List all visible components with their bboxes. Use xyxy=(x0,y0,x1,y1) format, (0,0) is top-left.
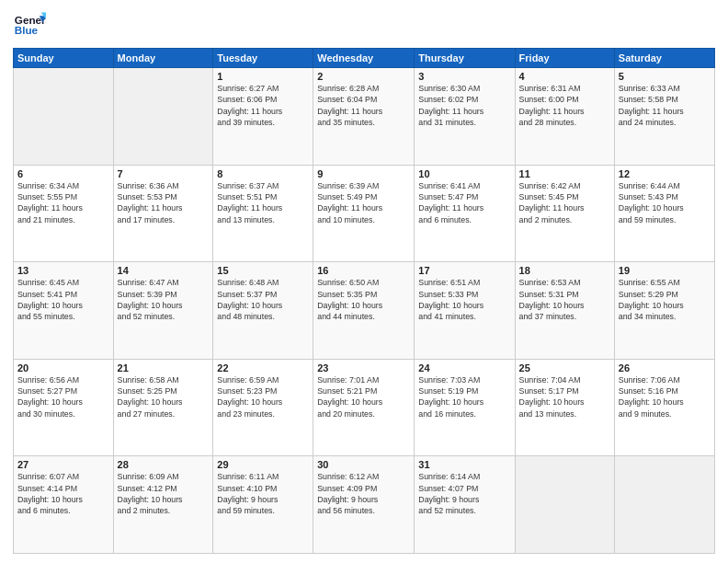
week-row-3: 13Sunrise: 6:45 AM Sunset: 5:41 PM Dayli… xyxy=(14,262,715,360)
logo: General Blue xyxy=(13,9,46,42)
day-info: Sunrise: 6:14 AM Sunset: 4:07 PM Dayligh… xyxy=(418,471,510,516)
day-number: 25 xyxy=(519,362,610,373)
day-cell xyxy=(614,456,714,554)
day-number: 1 xyxy=(217,71,309,82)
day-cell: 10Sunrise: 6:41 AM Sunset: 5:47 PM Dayli… xyxy=(415,165,515,262)
day-info: Sunrise: 6:50 AM Sunset: 5:35 PM Dayligh… xyxy=(317,277,410,322)
day-number: 19 xyxy=(619,265,711,276)
day-cell: 4Sunrise: 6:31 AM Sunset: 6:00 PM Daylig… xyxy=(515,68,614,166)
day-info: Sunrise: 6:33 AM Sunset: 5:58 PM Dayligh… xyxy=(619,83,711,128)
day-number: 22 xyxy=(217,362,309,373)
day-number: 13 xyxy=(17,265,109,276)
day-cell: 18Sunrise: 6:53 AM Sunset: 5:31 PM Dayli… xyxy=(515,262,614,360)
day-cell: 17Sunrise: 6:51 AM Sunset: 5:33 PM Dayli… xyxy=(415,262,515,360)
day-cell: 6Sunrise: 6:34 AM Sunset: 5:55 PM Daylig… xyxy=(14,165,114,262)
day-number: 20 xyxy=(17,362,109,373)
day-cell: 16Sunrise: 6:50 AM Sunset: 5:35 PM Dayli… xyxy=(313,262,415,360)
day-cell: 30Sunrise: 6:12 AM Sunset: 4:09 PM Dayli… xyxy=(313,456,415,554)
header-sunday: Sunday xyxy=(14,49,114,68)
day-cell: 14Sunrise: 6:47 AM Sunset: 5:39 PM Dayli… xyxy=(113,262,213,360)
day-info: Sunrise: 6:42 AM Sunset: 5:45 PM Dayligh… xyxy=(519,180,610,225)
day-info: Sunrise: 6:31 AM Sunset: 6:00 PM Dayligh… xyxy=(519,83,610,128)
day-number: 2 xyxy=(317,71,410,82)
day-info: Sunrise: 6:53 AM Sunset: 5:31 PM Dayligh… xyxy=(519,277,610,322)
day-cell: 8Sunrise: 6:37 AM Sunset: 5:51 PM Daylig… xyxy=(213,165,313,262)
day-cell: 19Sunrise: 6:55 AM Sunset: 5:29 PM Dayli… xyxy=(614,262,714,360)
day-cell: 22Sunrise: 6:59 AM Sunset: 5:23 PM Dayli… xyxy=(213,359,313,456)
day-number: 17 xyxy=(418,265,510,276)
week-row-5: 27Sunrise: 6:07 AM Sunset: 4:14 PM Dayli… xyxy=(14,456,715,554)
day-cell: 21Sunrise: 6:58 AM Sunset: 5:25 PM Dayli… xyxy=(113,359,213,456)
day-number: 8 xyxy=(217,168,309,179)
day-number: 18 xyxy=(519,265,610,276)
day-cell: 26Sunrise: 7:06 AM Sunset: 5:16 PM Dayli… xyxy=(614,359,714,456)
day-number: 29 xyxy=(217,459,309,470)
day-cell: 28Sunrise: 6:09 AM Sunset: 4:12 PM Dayli… xyxy=(113,456,213,554)
day-cell: 7Sunrise: 6:36 AM Sunset: 5:53 PM Daylig… xyxy=(113,165,213,262)
day-info: Sunrise: 7:03 AM Sunset: 5:19 PM Dayligh… xyxy=(418,374,510,419)
day-cell xyxy=(113,68,213,166)
day-info: Sunrise: 6:48 AM Sunset: 5:37 PM Dayligh… xyxy=(217,277,309,322)
day-number: 4 xyxy=(519,71,610,82)
day-number: 7 xyxy=(118,168,210,179)
day-info: Sunrise: 7:01 AM Sunset: 5:21 PM Dayligh… xyxy=(317,374,410,419)
day-info: Sunrise: 6:39 AM Sunset: 5:49 PM Dayligh… xyxy=(317,180,410,225)
header-wednesday: Wednesday xyxy=(313,49,415,68)
day-info: Sunrise: 6:36 AM Sunset: 5:53 PM Dayligh… xyxy=(118,180,210,225)
day-info: Sunrise: 7:04 AM Sunset: 5:17 PM Dayligh… xyxy=(519,374,610,419)
day-cell: 13Sunrise: 6:45 AM Sunset: 5:41 PM Dayli… xyxy=(14,262,114,360)
day-number: 10 xyxy=(418,168,510,179)
calendar-header-row: SundayMondayTuesdayWednesdayThursdayFrid… xyxy=(14,49,715,68)
day-info: Sunrise: 6:59 AM Sunset: 5:23 PM Dayligh… xyxy=(217,374,309,419)
header-monday: Monday xyxy=(113,49,213,68)
day-cell: 23Sunrise: 7:01 AM Sunset: 5:21 PM Dayli… xyxy=(313,359,415,456)
day-cell: 12Sunrise: 6:44 AM Sunset: 5:43 PM Dayli… xyxy=(614,165,714,262)
day-info: Sunrise: 6:12 AM Sunset: 4:09 PM Dayligh… xyxy=(317,471,410,516)
day-number: 31 xyxy=(418,459,510,470)
day-number: 27 xyxy=(17,459,109,470)
day-info: Sunrise: 6:30 AM Sunset: 6:02 PM Dayligh… xyxy=(418,83,510,128)
day-info: Sunrise: 7:06 AM Sunset: 5:16 PM Dayligh… xyxy=(619,374,711,419)
day-info: Sunrise: 6:27 AM Sunset: 6:06 PM Dayligh… xyxy=(217,83,309,128)
day-number: 6 xyxy=(17,168,109,179)
svg-text:Blue: Blue xyxy=(15,24,39,36)
header-saturday: Saturday xyxy=(614,49,714,68)
day-number: 28 xyxy=(118,459,210,470)
day-cell xyxy=(515,456,614,554)
day-number: 24 xyxy=(418,362,510,373)
day-info: Sunrise: 6:45 AM Sunset: 5:41 PM Dayligh… xyxy=(17,277,109,322)
week-row-2: 6Sunrise: 6:34 AM Sunset: 5:55 PM Daylig… xyxy=(14,165,715,262)
day-info: Sunrise: 6:47 AM Sunset: 5:39 PM Dayligh… xyxy=(118,277,210,322)
day-number: 9 xyxy=(317,168,410,179)
day-info: Sunrise: 6:41 AM Sunset: 5:47 PM Dayligh… xyxy=(418,180,510,225)
calendar-table: SundayMondayTuesdayWednesdayThursdayFrid… xyxy=(13,48,715,554)
day-number: 12 xyxy=(619,168,711,179)
day-info: Sunrise: 6:09 AM Sunset: 4:12 PM Dayligh… xyxy=(118,471,210,516)
day-info: Sunrise: 6:28 AM Sunset: 6:04 PM Dayligh… xyxy=(317,83,410,128)
day-cell: 25Sunrise: 7:04 AM Sunset: 5:17 PM Dayli… xyxy=(515,359,614,456)
header-thursday: Thursday xyxy=(415,49,515,68)
week-row-4: 20Sunrise: 6:56 AM Sunset: 5:27 PM Dayli… xyxy=(14,359,715,456)
day-cell: 20Sunrise: 6:56 AM Sunset: 5:27 PM Dayli… xyxy=(14,359,114,456)
day-info: Sunrise: 6:07 AM Sunset: 4:14 PM Dayligh… xyxy=(17,471,109,516)
week-row-1: 1Sunrise: 6:27 AM Sunset: 6:06 PM Daylig… xyxy=(14,68,715,166)
day-number: 5 xyxy=(619,71,711,82)
day-number: 21 xyxy=(118,362,210,373)
day-info: Sunrise: 6:34 AM Sunset: 5:55 PM Dayligh… xyxy=(17,180,109,225)
day-info: Sunrise: 6:44 AM Sunset: 5:43 PM Dayligh… xyxy=(619,180,711,225)
day-cell: 24Sunrise: 7:03 AM Sunset: 5:19 PM Dayli… xyxy=(415,359,515,456)
day-cell: 2Sunrise: 6:28 AM Sunset: 6:04 PM Daylig… xyxy=(313,68,415,166)
day-number: 15 xyxy=(217,265,309,276)
header-friday: Friday xyxy=(515,49,614,68)
day-info: Sunrise: 6:55 AM Sunset: 5:29 PM Dayligh… xyxy=(619,277,711,322)
header-tuesday: Tuesday xyxy=(213,49,313,68)
day-number: 23 xyxy=(317,362,410,373)
day-cell: 9Sunrise: 6:39 AM Sunset: 5:49 PM Daylig… xyxy=(313,165,415,262)
day-number: 3 xyxy=(418,71,510,82)
logo-icon: General Blue xyxy=(13,9,46,42)
day-cell: 11Sunrise: 6:42 AM Sunset: 5:45 PM Dayli… xyxy=(515,165,614,262)
day-number: 14 xyxy=(118,265,210,276)
day-number: 26 xyxy=(619,362,711,373)
day-number: 30 xyxy=(317,459,410,470)
day-cell: 15Sunrise: 6:48 AM Sunset: 5:37 PM Dayli… xyxy=(213,262,313,360)
